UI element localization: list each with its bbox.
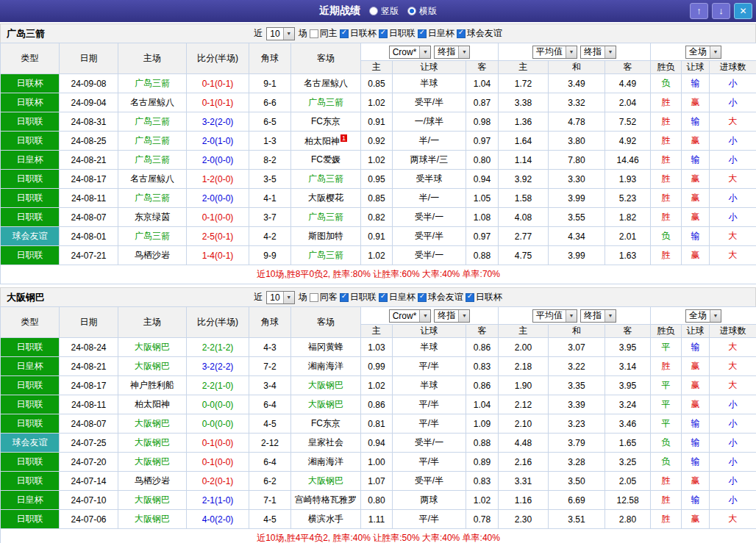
- away-team: 名古屋鲸八: [291, 74, 361, 93]
- euro-odds-source-select[interactable]: 平均值▼: [532, 46, 577, 59]
- column-header-euro-away-odds: 客: [605, 61, 651, 74]
- red-card-badge: 1: [340, 134, 347, 142]
- league-checkbox-2[interactable]: 日皇杯: [379, 291, 416, 303]
- match-row: 日皇杯24-08-21广岛三箭2-0(0-0)8-2FC爱媛1.02两球半/三0…: [1, 151, 756, 170]
- match-result: 负: [651, 227, 682, 246]
- league-checkbox-2[interactable]: 日职联: [379, 27, 416, 40]
- match-result: 胜: [651, 357, 682, 376]
- league-checkbox-4[interactable]: 球会友谊: [457, 27, 502, 40]
- away-team: 斯图加特: [291, 227, 361, 246]
- league-checkbox-1[interactable]: 日职联: [340, 291, 377, 303]
- same-venue-checkbox-label: 同客: [320, 291, 338, 303]
- handicap-result: 赢: [682, 93, 710, 112]
- euro-home-odds: 2.12: [499, 395, 549, 414]
- asian-handicap: 受半/一: [393, 434, 466, 453]
- bookmaker-select[interactable]: Crow*▼: [389, 46, 432, 59]
- asian-home-odds: 0.86: [361, 395, 393, 414]
- match-type-badge: 日皇杯: [1, 357, 60, 376]
- same-venue-checkbox[interactable]: 同主: [310, 27, 338, 40]
- close-button[interactable]: ✕: [734, 3, 752, 19]
- match-count-select[interactable]: 10▼: [266, 27, 294, 40]
- score: 0-0(0-0): [187, 414, 249, 434]
- match-date: 24-08-11: [60, 395, 118, 414]
- scroll-down-button[interactable]: ↓: [712, 3, 730, 19]
- window-controls: ↑ ↓ ✕: [690, 3, 752, 19]
- league-checkbox-4-label: 球会友谊: [467, 27, 502, 40]
- asian-handicap: 平/半: [393, 357, 466, 376]
- corners: 4-2: [249, 227, 291, 246]
- score: 0-1(0-1): [187, 93, 249, 112]
- layout-vertical-radio[interactable]: 竖版: [369, 5, 399, 18]
- column-header-asian-home-odds: 主: [361, 325, 393, 338]
- league-checkbox-3[interactable]: 球会友谊: [418, 291, 463, 303]
- league-checkbox-3[interactable]: 日皇杯: [418, 27, 454, 40]
- league-checkbox-1[interactable]: 日联杯: [340, 27, 377, 40]
- euro-odds-time-select-value: 终指: [581, 310, 605, 322]
- score: 2-2(1-0): [187, 376, 249, 395]
- euro-away-odds: 3.95: [605, 338, 651, 357]
- match-date: 24-07-25: [60, 434, 118, 453]
- handicap-result: 输: [682, 434, 710, 453]
- scope-dropdown-cell: 全场▼: [651, 43, 756, 61]
- scroll-up-button[interactable]: ↑: [690, 3, 708, 19]
- euro-odds-time-select[interactable]: 终指▼: [580, 46, 616, 59]
- checkbox-checked-icon: [340, 293, 349, 302]
- layout-horizontal-radio[interactable]: 横版: [407, 5, 437, 18]
- euro-away-odds: 1.65: [605, 434, 651, 453]
- section-summary: 近10场,胜8平0负2, 胜率:80% 让胜率:60% 大率:40% 单率:70…: [1, 265, 756, 284]
- corners: 6-6: [249, 93, 291, 112]
- away-team: FC爱媛: [291, 151, 361, 170]
- asian-home-odds: 0.95: [361, 170, 393, 189]
- euro-odds-source-select[interactable]: 平均值▼: [532, 309, 577, 323]
- asian-handicap: 一/球半: [393, 112, 466, 132]
- euro-home-odds: 2.30: [499, 510, 549, 529]
- match-date: 24-08-07: [60, 414, 118, 434]
- asian-odds-time-select[interactable]: 终指▼: [434, 46, 470, 59]
- match-result: 负: [651, 453, 682, 472]
- scope-select[interactable]: 全场▼: [685, 46, 721, 59]
- match-result: 胜: [651, 189, 682, 208]
- match-type-badge: 日职联: [1, 338, 60, 357]
- column-header-asian-away-odds: 客: [466, 61, 499, 74]
- league-checkbox-1-label: 日联杯: [350, 27, 377, 40]
- euro-away-odds: 1.82: [605, 208, 651, 227]
- checkbox-unchecked-icon: [310, 293, 318, 302]
- asian-home-odds: 0.94: [361, 434, 393, 453]
- column-header-euro-home-odds: 主: [499, 325, 549, 338]
- away-team: 广岛三箭: [291, 170, 361, 189]
- column-header-asian-handicap: 让球: [393, 325, 466, 338]
- radio-unselected-icon: [369, 7, 378, 15]
- asian-away-odds: 0.83: [466, 357, 499, 376]
- euro-odds-time-select-value: 终指: [581, 46, 605, 58]
- euro-draw-odds: 3.39: [549, 395, 605, 414]
- away-team: 广岛三箭: [291, 93, 361, 112]
- match-count-select-value: 10: [267, 28, 282, 40]
- asian-away-odds: 1.09: [466, 414, 499, 434]
- same-venue-checkbox[interactable]: 同客: [310, 291, 338, 303]
- bookmaker-select[interactable]: Crow*▼: [389, 309, 432, 323]
- euro-home-odds: 1.58: [499, 189, 549, 208]
- euro-odds-time-select[interactable]: 终指▼: [580, 309, 616, 323]
- asian-handicap: 半球: [393, 338, 466, 357]
- euro-home-odds: 1.14: [499, 151, 549, 170]
- score: 2-5(0-1): [187, 227, 249, 246]
- away-team: 湘南海洋: [291, 357, 361, 376]
- scope-select[interactable]: 全场▼: [685, 309, 721, 323]
- column-header-handicap-result: 让球: [682, 325, 710, 338]
- column-header-euro-away-odds: 客: [605, 325, 651, 338]
- section-header-bar: 大阪钢巴近10▼场同客日职联日皇杯球会友谊日联杯: [0, 287, 756, 306]
- asian-odds-dropdown-cell: Crow*▼终指▼: [361, 307, 499, 325]
- radio-selected-icon: [407, 7, 416, 15]
- league-checkbox-4[interactable]: 日联杯: [466, 291, 502, 303]
- goals-result: 小: [710, 491, 756, 510]
- asian-odds-time-select[interactable]: 终指▼: [434, 309, 470, 323]
- euro-home-odds: 2.16: [499, 453, 549, 472]
- away-team: 广岛三箭: [291, 208, 361, 227]
- asian-away-odds: 1.04: [466, 395, 499, 414]
- match-count-select[interactable]: 10▼: [266, 291, 294, 304]
- match-row: 日职联24-07-06大阪钢巴4-0(2-0)4-5横滨水手1.11平/半0.7…: [1, 510, 756, 529]
- team-section-1: 广岛三箭近10▼场同主日联杯日职联日皇杯球会友谊类型日期主场比分(半场)角球客场…: [0, 24, 756, 284]
- match-row: 球会友谊24-08-01广岛三箭2-5(0-1)4-2斯图加特0.91受平/半0…: [1, 227, 756, 246]
- euro-home-odds: 1.90: [499, 376, 549, 395]
- euro-home-odds: 4.08: [499, 208, 549, 227]
